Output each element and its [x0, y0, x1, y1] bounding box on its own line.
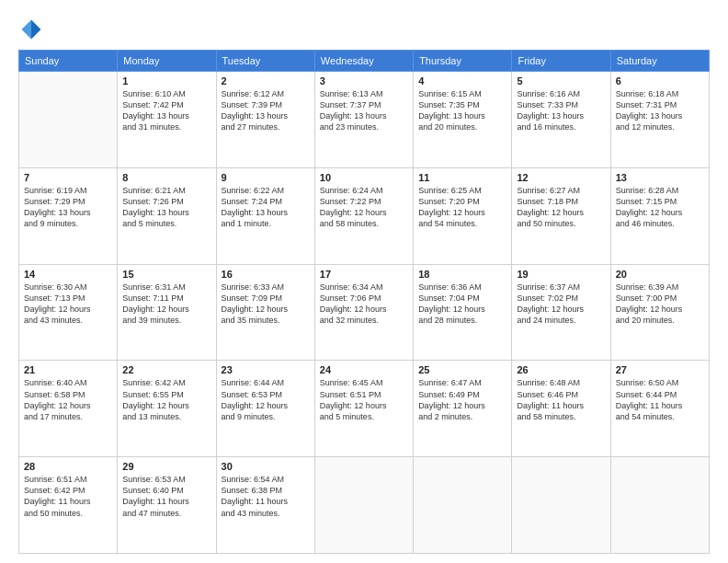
col-header-tuesday: Tuesday: [216, 51, 314, 72]
day-info: Sunrise: 6:15 AM Sunset: 7:35 PM Dayligh…: [418, 88, 506, 133]
day-info: Sunrise: 6:27 AM Sunset: 7:18 PM Dayligh…: [517, 185, 605, 230]
col-header-friday: Friday: [512, 51, 610, 72]
day-number: 26: [517, 364, 605, 375]
calendar-cell: 25Sunrise: 6:47 AM Sunset: 6:49 PM Dayli…: [414, 361, 512, 457]
calendar-table: SundayMondayTuesdayWednesdayThursdayFrid…: [18, 50, 710, 554]
calendar-cell: 10Sunrise: 6:24 AM Sunset: 7:22 PM Dayli…: [314, 167, 413, 264]
calendar-cell: 11Sunrise: 6:25 AM Sunset: 7:20 PM Dayli…: [414, 167, 512, 264]
calendar-week-5: 28Sunrise: 6:51 AM Sunset: 6:42 PM Dayli…: [19, 457, 710, 554]
calendar-cell: 9Sunrise: 6:22 AM Sunset: 7:24 PM Daylig…: [216, 167, 314, 264]
day-info: Sunrise: 6:37 AM Sunset: 7:02 PM Dayligh…: [517, 282, 605, 327]
day-info: Sunrise: 6:31 AM Sunset: 7:11 PM Dayligh…: [122, 282, 210, 327]
calendar-cell: 23Sunrise: 6:44 AM Sunset: 6:53 PM Dayli…: [216, 361, 314, 457]
day-info: Sunrise: 6:40 AM Sunset: 6:58 PM Dayligh…: [24, 377, 112, 422]
day-info: Sunrise: 6:34 AM Sunset: 7:06 PM Dayligh…: [320, 282, 408, 327]
header: [18, 17, 710, 42]
calendar-cell: 7Sunrise: 6:19 AM Sunset: 7:29 PM Daylig…: [19, 167, 118, 264]
day-number: 29: [122, 461, 210, 472]
day-info: Sunrise: 6:24 AM Sunset: 7:22 PM Dayligh…: [320, 185, 408, 230]
day-info: Sunrise: 6:21 AM Sunset: 7:26 PM Dayligh…: [122, 185, 210, 230]
day-info: Sunrise: 6:12 AM Sunset: 7:39 PM Dayligh…: [222, 88, 310, 133]
day-number: 27: [616, 364, 704, 375]
day-number: 9: [222, 172, 310, 183]
svg-marker-1: [22, 20, 32, 30]
calendar-cell: 27Sunrise: 6:50 AM Sunset: 6:44 PM Dayli…: [610, 361, 709, 457]
calendar-cell: 19Sunrise: 6:37 AM Sunset: 7:02 PM Dayli…: [512, 264, 610, 361]
calendar-cell: [512, 457, 610, 554]
day-info: Sunrise: 6:36 AM Sunset: 7:04 PM Dayligh…: [418, 282, 506, 327]
svg-marker-0: [31, 20, 41, 30]
logo: [18, 17, 48, 42]
day-number: 5: [517, 75, 605, 86]
day-number: 16: [222, 269, 310, 280]
page: SundayMondayTuesdayWednesdayThursdayFrid…: [0, 0, 728, 563]
calendar-cell: 16Sunrise: 6:33 AM Sunset: 7:09 PM Dayli…: [216, 264, 314, 361]
day-number: 7: [24, 172, 112, 183]
calendar-cell: 17Sunrise: 6:34 AM Sunset: 7:06 PM Dayli…: [314, 264, 413, 361]
day-number: 8: [122, 172, 210, 183]
day-info: Sunrise: 6:13 AM Sunset: 7:37 PM Dayligh…: [320, 88, 408, 133]
calendar-cell: 12Sunrise: 6:27 AM Sunset: 7:18 PM Dayli…: [512, 167, 610, 264]
calendar-cell: [414, 457, 512, 554]
day-number: 22: [122, 364, 210, 375]
calendar-cell: [19, 72, 118, 168]
col-header-wednesday: Wednesday: [314, 51, 413, 72]
day-number: 15: [122, 269, 210, 280]
day-info: Sunrise: 6:10 AM Sunset: 7:42 PM Dayligh…: [122, 88, 210, 133]
calendar-cell: 6Sunrise: 6:18 AM Sunset: 7:31 PM Daylig…: [610, 72, 709, 168]
col-header-monday: Monday: [118, 51, 216, 72]
day-number: 18: [418, 269, 506, 280]
day-info: Sunrise: 6:47 AM Sunset: 6:49 PM Dayligh…: [418, 377, 506, 422]
day-info: Sunrise: 6:18 AM Sunset: 7:31 PM Dayligh…: [616, 88, 704, 133]
calendar-week-2: 7Sunrise: 6:19 AM Sunset: 7:29 PM Daylig…: [19, 167, 710, 264]
logo-icon: [18, 17, 44, 42]
calendar-week-3: 14Sunrise: 6:30 AM Sunset: 7:13 PM Dayli…: [19, 264, 710, 361]
calendar-cell: 14Sunrise: 6:30 AM Sunset: 7:13 PM Dayli…: [19, 264, 118, 361]
day-number: 6: [616, 75, 704, 86]
calendar-cell: 13Sunrise: 6:28 AM Sunset: 7:15 PM Dayli…: [610, 167, 709, 264]
day-number: 21: [24, 364, 112, 375]
day-number: 30: [222, 461, 310, 472]
day-number: 1: [122, 75, 210, 86]
day-number: 13: [616, 172, 704, 183]
calendar-cell: 21Sunrise: 6:40 AM Sunset: 6:58 PM Dayli…: [19, 361, 118, 457]
calendar-cell: [610, 457, 709, 554]
day-info: Sunrise: 6:16 AM Sunset: 7:33 PM Dayligh…: [517, 88, 605, 133]
col-header-thursday: Thursday: [414, 51, 512, 72]
calendar-cell: 1Sunrise: 6:10 AM Sunset: 7:42 PM Daylig…: [118, 72, 216, 168]
day-number: 17: [320, 269, 408, 280]
day-number: 10: [320, 172, 408, 183]
day-number: 19: [517, 269, 605, 280]
calendar-cell: 18Sunrise: 6:36 AM Sunset: 7:04 PM Dayli…: [414, 264, 512, 361]
calendar-cell: 22Sunrise: 6:42 AM Sunset: 6:55 PM Dayli…: [118, 361, 216, 457]
day-number: 25: [418, 364, 506, 375]
day-number: 12: [517, 172, 605, 183]
col-header-sunday: Sunday: [19, 51, 118, 72]
day-info: Sunrise: 6:19 AM Sunset: 7:29 PM Dayligh…: [24, 185, 112, 230]
day-number: 23: [222, 364, 310, 375]
day-info: Sunrise: 6:30 AM Sunset: 7:13 PM Dayligh…: [24, 282, 112, 327]
day-info: Sunrise: 6:44 AM Sunset: 6:53 PM Dayligh…: [222, 377, 310, 422]
day-info: Sunrise: 6:50 AM Sunset: 6:44 PM Dayligh…: [616, 377, 704, 422]
calendar-week-1: 1Sunrise: 6:10 AM Sunset: 7:42 PM Daylig…: [19, 72, 710, 168]
day-number: 4: [418, 75, 506, 86]
calendar-cell: 28Sunrise: 6:51 AM Sunset: 6:42 PM Dayli…: [19, 457, 118, 554]
day-info: Sunrise: 6:48 AM Sunset: 6:46 PM Dayligh…: [517, 377, 605, 422]
calendar-cell: 15Sunrise: 6:31 AM Sunset: 7:11 PM Dayli…: [118, 264, 216, 361]
day-number: 3: [320, 75, 408, 86]
calendar-week-4: 21Sunrise: 6:40 AM Sunset: 6:58 PM Dayli…: [19, 361, 710, 457]
calendar-cell: 2Sunrise: 6:12 AM Sunset: 7:39 PM Daylig…: [216, 72, 314, 168]
col-header-saturday: Saturday: [610, 51, 709, 72]
day-info: Sunrise: 6:28 AM Sunset: 7:15 PM Dayligh…: [616, 185, 704, 230]
calendar-header-row: SundayMondayTuesdayWednesdayThursdayFrid…: [19, 51, 710, 72]
calendar-cell: 8Sunrise: 6:21 AM Sunset: 7:26 PM Daylig…: [118, 167, 216, 264]
svg-marker-3: [31, 29, 41, 40]
day-number: 11: [418, 172, 506, 183]
day-info: Sunrise: 6:45 AM Sunset: 6:51 PM Dayligh…: [320, 377, 408, 422]
day-info: Sunrise: 6:53 AM Sunset: 6:40 PM Dayligh…: [122, 474, 210, 519]
day-info: Sunrise: 6:51 AM Sunset: 6:42 PM Dayligh…: [24, 474, 112, 519]
calendar-cell: 24Sunrise: 6:45 AM Sunset: 6:51 PM Dayli…: [314, 361, 413, 457]
day-number: 28: [24, 461, 112, 472]
day-info: Sunrise: 6:54 AM Sunset: 6:38 PM Dayligh…: [222, 474, 310, 519]
calendar-cell: 3Sunrise: 6:13 AM Sunset: 7:37 PM Daylig…: [314, 72, 413, 168]
